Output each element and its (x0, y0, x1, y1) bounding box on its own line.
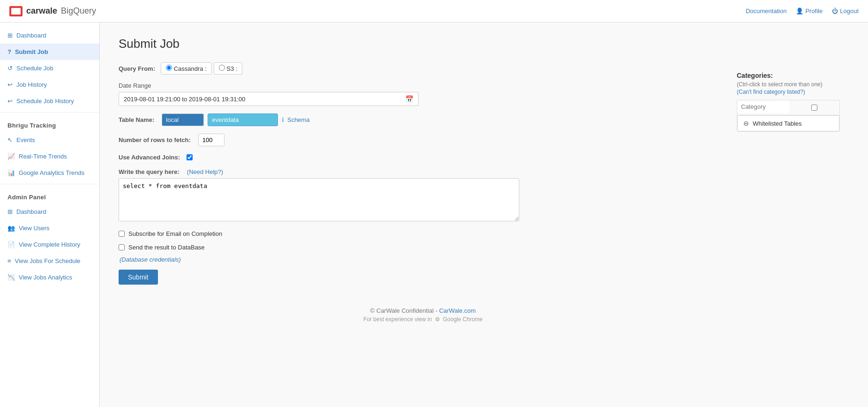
categories-label: Categories: (737, 72, 840, 79)
cassandra-label: Cassandra : (166, 65, 207, 72)
main-content: Submit Job Query From: Cassandra : (100, 23, 868, 407)
sidebar-divider-1 (0, 112, 99, 113)
sidebar-item-view-users[interactable]: 👥 View Users (0, 220, 99, 236)
main-inner: Query From: Cassandra : S3 : (119, 62, 849, 331)
circle-minus-icon: ⊖ (743, 120, 749, 127)
categories-hint: (Ctrl-click to select more than one) (737, 81, 840, 88)
categories-cant-find-link[interactable]: (Can't find category listed?) (737, 89, 840, 95)
schedule-history-icon: ↩ (7, 98, 13, 105)
sidebar-item-events[interactable]: ↖ Events (0, 132, 99, 148)
db-credentials-link[interactable]: (Database credentials) (120, 256, 181, 263)
page-title: Submit Job (119, 37, 849, 51)
layout: ⊞ Dashboard ? Submit Job ↺ Schedule Job … (0, 23, 868, 407)
question-icon: ? (7, 48, 11, 55)
admin-section-header: Admin Panel (0, 187, 99, 204)
sidebar-item-schedule-job-history[interactable]: ↩ Schedule Job History (0, 93, 99, 109)
sidebar-item-job-history[interactable]: ↩ Job History (0, 76, 99, 93)
subscribe-email-label: Subscribe for Email on Completion (128, 230, 222, 237)
sidebar: ⊞ Dashboard ? Submit Job ↺ Schedule Job … (0, 23, 100, 407)
table-name-label: Table Name: (119, 116, 154, 123)
right-panel: Categories: (Ctrl-click to select more t… (727, 62, 849, 331)
query-textarea[interactable]: select * from eventdata (119, 178, 519, 221)
topnav-links: Documentation 👤 Profile ⏻ Logout (746, 8, 859, 15)
s3-radio[interactable] (219, 65, 225, 71)
subscribe-email-checkbox[interactable] (119, 231, 125, 237)
category-checkbox[interactable] (792, 105, 837, 111)
bhrigu-section-header: Bhrigu Tracking (0, 115, 99, 132)
chart-icon: 📈 (7, 153, 15, 160)
db-creds-row: (Database credentials) (120, 256, 727, 263)
info-icon: ℹ (282, 116, 284, 123)
write-query-label: Write the query here: (119, 168, 180, 175)
advanced-joins-checkbox[interactable] (187, 154, 193, 160)
send-to-db-row: Send the result to DataBase (119, 244, 727, 251)
logo-icon (9, 6, 22, 16)
submit-button[interactable]: Submit (119, 270, 158, 285)
bar-chart-icon: 📊 (7, 169, 15, 176)
advanced-joins-row: Use Advanced Joins: (119, 154, 727, 161)
rows-fetch-label: Number of rows to fetch: (119, 136, 191, 143)
date-range-value: 2019-08-01 19:21:00 to 2019-08-01 19:31:… (124, 96, 405, 103)
subscribe-email-row: Subscribe for Email on Completion (119, 230, 727, 237)
categories-box: ⊖ Whitelisted Tables (737, 100, 840, 132)
query-from-row: Query From: Cassandra : S3 : (119, 62, 727, 75)
brand-logo (9, 6, 22, 16)
sidebar-item-google-analytics[interactable]: 📊 Google Analytics Trends (0, 165, 99, 181)
cassandra-radio[interactable] (166, 65, 172, 71)
users-icon: 👥 (7, 225, 15, 232)
cassandra-radio-group: Cassandra : (161, 62, 212, 75)
rows-select[interactable]: 100 (198, 134, 224, 146)
list-icon: ≡ (7, 257, 11, 264)
table-name-row: Table Name: local eventdata ℹ Schema (119, 113, 727, 126)
whitelisted-tables-label: Whitelisted Tables (753, 120, 802, 127)
chrome-icon: ⚙ (435, 316, 440, 323)
advanced-joins-label: Use Advanced Joins: (119, 154, 180, 161)
footer-link[interactable]: CarWale.com (439, 307, 476, 314)
calendar-icon: 📅 (405, 95, 413, 103)
sidebar-item-realtime-trends[interactable]: 📈 Real-Time Trends (0, 148, 99, 165)
documentation-link[interactable]: Documentation (746, 8, 786, 15)
table-select[interactable]: eventdata (208, 113, 278, 126)
query-label-row: Write the query here: (Need Help?) (119, 168, 727, 175)
clock-icon: ↺ (7, 65, 13, 72)
logout-link[interactable]: ⏻ Logout (832, 8, 859, 15)
brand: carwale BigQuery (9, 6, 96, 16)
s3-radio-group: S3 : (214, 62, 243, 75)
sidebar-item-submit-job[interactable]: ? Submit Job (0, 44, 99, 60)
cursor-icon: ↖ (7, 136, 13, 143)
category-search-input[interactable] (737, 100, 789, 113)
whitelisted-tables-item[interactable]: ⊖ Whitelisted Tables (737, 115, 839, 131)
dashboard-icon: ⊞ (7, 32, 13, 39)
send-to-db-checkbox[interactable] (119, 244, 125, 250)
form-area: Query From: Cassandra : S3 : (119, 62, 727, 331)
sidebar-item-schedule-job[interactable]: ↺ Schedule Job (0, 60, 99, 76)
brand-name: carwale (26, 6, 57, 16)
category-search-row (737, 100, 839, 115)
date-range-label: Date Range (119, 82, 727, 89)
footer-text: © CarWale Confidential - CarWale.com (127, 307, 719, 314)
sidebar-item-view-jobs-schedule[interactable]: ≡ View Jobs For Schedule (0, 253, 99, 269)
date-range-row: Date Range 2019-08-01 19:21:00 to 2019-0… (119, 82, 727, 106)
sidebar-item-admin-dashboard[interactable]: ⊞ Dashboard (0, 204, 99, 220)
query-row: Write the query here: (Need Help?) selec… (119, 168, 727, 223)
sidebar-item-view-jobs-analytics[interactable]: 📉 View Jobs Analytics (0, 269, 99, 286)
send-to-db-label: Send the result to DataBase (128, 244, 205, 251)
profile-link[interactable]: 👤 Profile (796, 8, 823, 15)
brand-product: BigQuery (61, 6, 96, 16)
date-range-input[interactable]: 2019-08-01 19:21:00 to 2019-08-01 19:31:… (119, 92, 419, 106)
query-from-label: Query From: (119, 65, 155, 72)
sidebar-item-view-complete-history[interactable]: 📄 View Complete History (0, 236, 99, 253)
local-select[interactable]: local (162, 113, 204, 126)
s3-label: S3 : (219, 65, 238, 72)
profile-icon: 👤 (796, 8, 803, 15)
logout-icon: ⏻ (832, 8, 838, 15)
analytics-icon: 📉 (7, 274, 15, 281)
footer: © CarWale Confidential - CarWale.com For… (119, 299, 727, 331)
topnav: carwale BigQuery Documentation 👤 Profile… (0, 0, 868, 23)
sidebar-divider-2 (0, 184, 99, 184)
footer-sub: For best experience view in ⚙ Google Chr… (127, 316, 719, 323)
history-icon: ↩ (7, 81, 13, 88)
need-help-link[interactable]: (Need Help?) (187, 168, 223, 175)
sidebar-item-dashboard[interactable]: ⊞ Dashboard (0, 27, 99, 44)
schema-link[interactable]: ℹ Schema (282, 116, 309, 123)
